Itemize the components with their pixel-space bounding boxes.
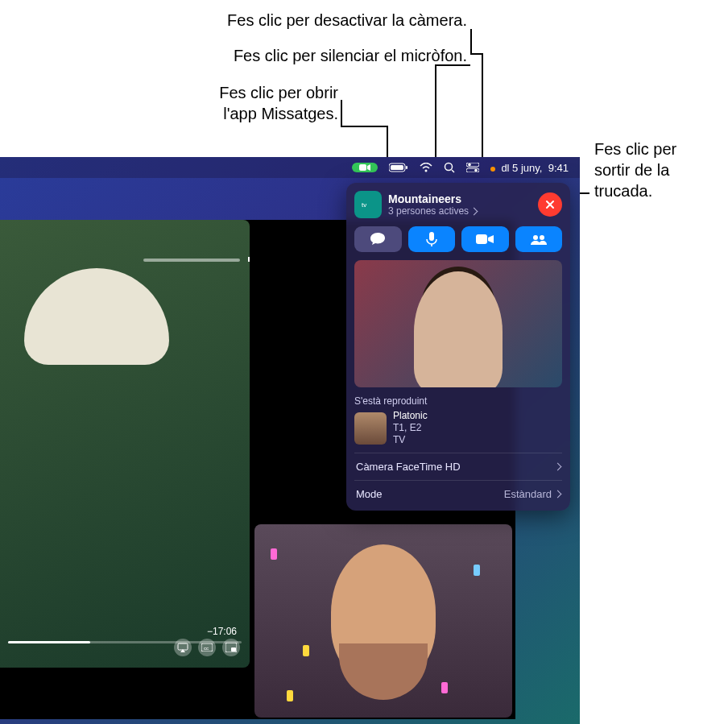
speaker-icon <box>246 252 250 267</box>
battery-icon <box>389 163 408 172</box>
shareplay-button[interactable] <box>515 226 563 252</box>
camera-select-label: Càmera FaceTime HD <box>356 461 461 473</box>
svg-point-23 <box>540 235 544 240</box>
leave-call-button[interactable] <box>538 192 562 217</box>
recording-indicator-icon <box>490 167 495 172</box>
svg-rect-0 <box>359 164 366 171</box>
call-title: Mountaineers <box>388 192 532 205</box>
svg-point-4 <box>424 170 427 172</box>
wifi-icon <box>420 163 432 172</box>
svg-text:cc: cc <box>204 646 209 651</box>
mode-label: Mode <box>356 488 383 500</box>
group-avatar: tv <box>354 191 382 218</box>
now-playing-thumb <box>354 412 387 445</box>
svg-point-5 <box>445 163 452 171</box>
menubar-date: dl 5 juny, <box>501 162 542 174</box>
leader-mic-h <box>435 64 470 66</box>
svg-rect-21 <box>476 234 487 244</box>
svg-rect-15 <box>231 647 236 652</box>
callout-leave-line3: trucada. <box>594 180 723 202</box>
camera-select-row[interactable]: Càmera FaceTime HD <box>354 453 562 480</box>
close-icon <box>544 199 556 210</box>
shareplay-icon <box>529 233 548 246</box>
callout-leave-line1: Fes clic per <box>594 139 723 160</box>
svg-point-9 <box>468 163 471 167</box>
np-line3: TV <box>393 434 428 446</box>
menubar-clock: dl 5 juny, 9:41 <box>490 162 569 174</box>
menubar-time: 9:41 <box>548 162 569 174</box>
chevron-right-icon <box>470 207 478 215</box>
call-subtitle[interactable]: 3 persones actives <box>388 205 532 217</box>
leader-msg-h <box>341 126 388 127</box>
panel-header: tv Mountaineers 3 persones actives <box>354 191 562 218</box>
menubar: dl 5 juny, 9:41 <box>0 157 580 178</box>
chevron-right-icon <box>554 463 562 471</box>
toggle-camera-button[interactable] <box>461 226 509 252</box>
facetime-panel: tv Mountaineers 3 persones actives <box>346 183 570 511</box>
svg-rect-3 <box>406 166 407 169</box>
now-playing-label: S'està reproduint <box>354 395 562 407</box>
scrubber[interactable] <box>8 641 242 643</box>
callout-camera: Fes clic per desactivar la càmera. <box>72 10 467 31</box>
np-line2: T1, E2 <box>393 422 428 434</box>
facetime-menubar-icon[interactable] <box>352 163 378 172</box>
now-playing-row[interactable]: Platonic T1, E2 TV <box>354 410 562 446</box>
mute-mic-button[interactable] <box>408 226 456 252</box>
svg-rect-11 <box>178 643 188 650</box>
self-view <box>354 260 562 387</box>
leader-camera-v <box>470 29 472 53</box>
time-remaining: −17:06 <box>207 626 237 637</box>
callout-mic: Fes clic per silenciar el micròfon. <box>63 45 467 67</box>
spotlight-icon[interactable] <box>444 162 455 173</box>
callout-messages-line2: l'app Missatges. <box>147 103 338 125</box>
callout-leave-line2: sortir de la <box>594 159 723 181</box>
np-title: Platonic <box>393 410 428 422</box>
video-icon <box>476 234 494 245</box>
control-center-icon[interactable] <box>466 163 479 172</box>
mic-icon <box>426 231 437 247</box>
messages-icon <box>370 232 386 246</box>
svg-point-22 <box>533 235 538 240</box>
mode-value: Estàndard <box>504 488 552 500</box>
svg-rect-19 <box>429 232 434 241</box>
svg-line-6 <box>452 170 454 172</box>
messages-button[interactable] <box>354 226 402 252</box>
callout-messages-line1: Fes clic per obrir <box>147 82 338 104</box>
volume-slider[interactable] <box>143 259 240 262</box>
chevron-right-icon <box>554 490 562 499</box>
desktop-screenshot: dl 5 juny, 9:41 cc −17:06 <box>0 157 580 724</box>
svg-point-10 <box>474 169 478 172</box>
video-tile-primary: cc −17:06 <box>0 220 250 668</box>
svg-text:tv: tv <box>362 201 366 209</box>
svg-rect-2 <box>391 165 403 170</box>
mode-select-row[interactable]: Mode Estàndard <box>354 480 562 507</box>
leader-msg-v <box>341 100 342 126</box>
video-tile-secondary <box>254 524 512 718</box>
